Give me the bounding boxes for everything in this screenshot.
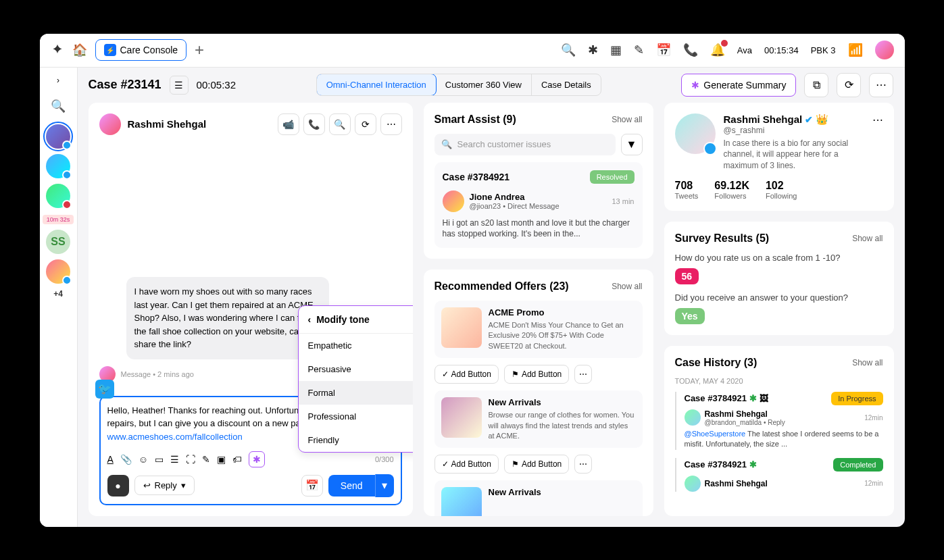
offer-title: New Arrivals — [489, 487, 636, 497]
chat-search-button[interactable]: 🔍 — [329, 113, 351, 135]
offer-more-button[interactable]: ⋯ — [574, 455, 592, 474]
history-time: 12min — [864, 480, 883, 487]
profile-more-button[interactable]: ⋯ — [872, 113, 883, 126]
notification-badge — [721, 40, 728, 47]
emoji-tool[interactable]: ☺ — [139, 454, 148, 465]
back-icon[interactable]: ‹ — [308, 314, 312, 325]
popover-header[interactable]: ‹Modify tone — [299, 306, 413, 334]
compose-link[interactable]: www.acmeshoes.com/fallcollection — [107, 432, 243, 442]
history-item[interactable]: Case #3784921 ✱Completed Rashmi Shehgal … — [675, 458, 883, 492]
expand-tool[interactable]: ⛶ — [186, 454, 195, 465]
tone-persuasive[interactable]: Persuasive — [299, 357, 413, 381]
offers-panel: Recommended Offers (23)Show all ACME Pro… — [424, 270, 653, 515]
alert-badge-icon — [62, 200, 72, 209]
expand-sidebar-button[interactable]: › — [54, 73, 62, 88]
customer-name: Rashmi Shehgal — [128, 118, 207, 130]
send-button[interactable]: Send — [328, 475, 375, 497]
history-case-num: Case #3784921 ✱ — [685, 459, 757, 469]
tone-empathetic[interactable]: Empathetic — [299, 334, 413, 357]
video-tool[interactable]: ▣ — [217, 454, 226, 465]
filter-button[interactable]: ▼ — [621, 134, 643, 155]
tone-professional[interactable]: Professional — [299, 405, 413, 428]
survey-title: Survey Results (5) — [675, 232, 770, 245]
workspace-tab[interactable]: ⚡ Care Console — [95, 39, 187, 61]
issue-search-input[interactable]: 🔍 Search customer issues — [434, 134, 616, 155]
sparkle-icon[interactable]: ✱ — [588, 43, 598, 57]
channel-badge-icon — [62, 170, 72, 180]
offer-image — [441, 307, 482, 348]
refresh-button[interactable]: ⟳ — [837, 73, 861, 97]
tab-icon: ⚡ — [104, 44, 116, 56]
layout-button[interactable]: ⧉ — [804, 73, 828, 97]
attachment-tool[interactable]: 📎 — [120, 454, 132, 465]
channel-selector[interactable]: ● — [107, 475, 129, 497]
case-user-handle: @jioan23 • Direct Message — [470, 202, 607, 210]
video-call-button[interactable]: 📹 — [278, 113, 299, 135]
media-tool[interactable]: ▭ — [155, 454, 164, 465]
chat-more-button[interactable]: ⋯ — [380, 113, 402, 135]
add-tab-button[interactable]: + — [195, 41, 204, 59]
send-dropdown-button[interactable]: ▾ — [375, 474, 394, 497]
tag-tool[interactable]: 🏷 — [232, 454, 242, 465]
show-all-link[interactable]: Show all — [852, 234, 883, 243]
status-code: PBK 3 — [811, 45, 836, 55]
history-avatar — [685, 409, 701, 426]
show-all-link[interactable]: Show all — [852, 358, 883, 367]
contact-avatar-2[interactable] — [46, 154, 70, 178]
more-actions-button[interactable]: ⋯ — [869, 73, 893, 97]
contact-avatar-5[interactable] — [46, 259, 70, 284]
tab-omnichannel[interactable]: Omni-Channel Interaction — [316, 74, 437, 96]
generate-summary-button[interactable]: ✱Generate Summary — [681, 74, 796, 97]
case-menu-button[interactable]: ☰ — [170, 76, 189, 95]
tone-friendly[interactable]: Friendly — [299, 428, 413, 452]
offer-title: New Arrivals — [489, 397, 636, 407]
case-user-name: Jione Andrea — [470, 192, 607, 202]
offer-desc: ACME Don't Miss Your Chance to Get an Ex… — [489, 320, 636, 351]
sparkle-icon: ✱ — [691, 80, 699, 91]
offer-image — [441, 487, 482, 515]
note-tool[interactable]: ✎ — [202, 454, 210, 465]
home-icon[interactable]: 🏠 — [72, 43, 87, 57]
voice-call-button[interactable]: 📞 — [303, 113, 325, 135]
modify-tone-popover: ‹Modify tone Empathetic Persuasive Forma… — [298, 305, 413, 453]
search-icon[interactable]: 🔍 — [561, 43, 576, 57]
more-contacts-count[interactable]: +4 — [53, 289, 63, 299]
reply-type-button[interactable]: ↩ Reply ▾ — [134, 476, 195, 495]
sidebar-search-icon[interactable]: 🔍 — [51, 99, 66, 113]
edit-icon[interactable]: ✎ — [634, 43, 644, 57]
following-count: 102 — [766, 180, 797, 192]
ai-assist-button[interactable]: ✱ — [249, 451, 265, 467]
case-number: Case #3784921 — [443, 172, 510, 182]
customer-avatar — [99, 113, 121, 135]
contact-avatar-initials[interactable]: SS — [46, 230, 70, 254]
chat-refresh-button[interactable]: ⟳ — [355, 113, 376, 135]
show-all-link[interactable]: Show all — [612, 282, 642, 291]
history-time: 12min — [864, 414, 883, 422]
phone-icon[interactable]: 📞 — [683, 43, 698, 57]
apps-icon[interactable]: ▦ — [610, 43, 622, 57]
template-tool[interactable]: ☰ — [170, 454, 179, 465]
notification-icon[interactable]: 🔔 — [710, 43, 725, 57]
tab-customer360[interactable]: Customer 360 View — [436, 74, 532, 95]
add-offer-button[interactable]: ✓ Add Button — [434, 365, 499, 384]
add-offer-flag-button[interactable]: ⚑ Add Button — [504, 455, 569, 474]
contact-avatar-3[interactable] — [46, 184, 70, 208]
message-meta: Message • 2 mins ago — [121, 370, 194, 378]
schedule-button[interactable]: 📅 — [301, 475, 323, 497]
tab-casedetails[interactable]: Case Details — [532, 74, 601, 95]
status-badge: Completed — [833, 458, 883, 472]
tone-formal[interactable]: Formal — [299, 381, 413, 405]
status-badge: In Progress — [831, 392, 883, 405]
offer-more-button[interactable]: ⋯ — [574, 365, 592, 384]
user-avatar[interactable] — [875, 41, 894, 59]
calendar-icon[interactable]: 📅 — [656, 43, 671, 57]
offer-image — [441, 397, 482, 438]
similar-case-card[interactable]: Case #3784921Resolved Jione Andrea@jioan… — [434, 162, 643, 249]
profile-bio: In case there is a bio for any social ch… — [724, 138, 864, 172]
contact-avatar-1[interactable] — [46, 124, 70, 149]
add-offer-flag-button[interactable]: ⚑ Add Button — [504, 365, 569, 384]
font-tool[interactable]: A — [107, 454, 114, 465]
show-all-link[interactable]: Show all — [612, 115, 642, 124]
add-offer-button[interactable]: ✓ Add Button — [434, 455, 499, 474]
history-item[interactable]: Case #3784921 ✱ 🖼In Progress Rashmi Sheh… — [675, 392, 883, 450]
